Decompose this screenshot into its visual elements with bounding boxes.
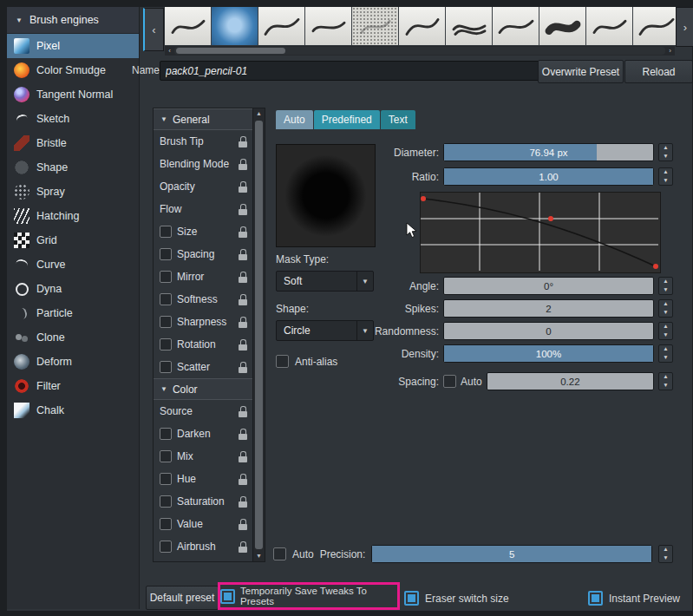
spin-up-icon[interactable]: ▲	[659, 345, 672, 354]
tab-auto[interactable]: Auto	[276, 110, 313, 129]
brush-preset-thumbnail[interactable]	[352, 7, 399, 45]
spin-up-icon[interactable]: ▲	[659, 546, 672, 554]
brush-preset-thumbnail[interactable]	[165, 7, 212, 45]
scrollbar-track[interactable]	[174, 47, 665, 55]
lock-icon[interactable]	[239, 226, 247, 238]
lock-icon[interactable]	[239, 317, 247, 328]
option-airbrush[interactable]: Airbrush	[154, 535, 253, 558]
lock-icon[interactable]	[239, 294, 247, 305]
eraser-switch-size-checkbox[interactable]	[404, 591, 419, 606]
scrollbar-down-arrow-icon[interactable]: ▼	[253, 551, 265, 561]
spin-down-icon[interactable]: ▼	[659, 286, 672, 295]
lock-icon[interactable]	[239, 249, 247, 260]
lock-icon[interactable]	[239, 272, 247, 283]
precision-spinner[interactable]: ▲▼	[658, 545, 673, 563]
sidebar-item-deform[interactable]: Deform	[7, 350, 139, 374]
angle-slider[interactable]: 0°	[443, 277, 654, 295]
lock-icon[interactable]	[239, 362, 247, 373]
lock-icon[interactable]	[239, 429, 247, 440]
lock-icon[interactable]	[239, 406, 247, 417]
option-spacing[interactable]: Spacing	[154, 243, 253, 265]
sidebar-item-color-smudge[interactable]: Color Smudge	[7, 58, 139, 82]
sidebar-item-spray[interactable]: Spray	[7, 180, 139, 204]
lock-icon[interactable]	[239, 541, 247, 553]
sidebar-item-shape[interactable]: Shape	[7, 155, 139, 180]
option-checkbox[interactable]	[160, 248, 172, 260]
precision-slider[interactable]: 5	[371, 545, 652, 563]
preset-scroll-right-button[interactable]: ›	[676, 7, 693, 47]
scrollbar-up-arrow-icon[interactable]: ▲	[253, 108, 265, 119]
option-mix[interactable]: Mix	[154, 445, 253, 468]
option-checkbox[interactable]	[160, 518, 172, 530]
spin-up-icon[interactable]: ▲	[659, 144, 672, 153]
brush-preset-thumbnail[interactable]	[305, 7, 352, 45]
sidebar-item-chalk[interactable]: Chalk	[7, 398, 139, 423]
fade-curve-editor[interactable]	[420, 192, 661, 273]
spin-up-icon[interactable]: ▲	[659, 168, 672, 177]
sidebar-item-sketch[interactable]: Sketch	[7, 107, 139, 131]
preset-scroll-left-button[interactable]: ‹	[143, 8, 164, 51]
option-checkbox[interactable]	[160, 226, 172, 238]
option-checkbox[interactable]	[160, 428, 172, 440]
reload-button[interactable]: Reload	[624, 60, 693, 83]
option-size[interactable]: Size	[154, 220, 253, 243]
sidebar-item-pixel[interactable]: Pixel	[7, 34, 139, 58]
option-hue[interactable]: Hue	[154, 468, 253, 490]
density-slider[interactable]: 100%	[443, 344, 654, 363]
spikes-spinner[interactable]: ▲▼	[658, 299, 673, 318]
default-preset-button[interactable]: Default preset	[146, 586, 219, 610]
preset-name-input[interactable]	[160, 61, 545, 81]
option-checkbox[interactable]	[160, 495, 172, 508]
spin-down-icon[interactable]: ▼	[659, 153, 672, 161]
option-checkbox[interactable]	[160, 450, 172, 462]
precision-auto-checkbox[interactable]	[273, 547, 286, 560]
tab-predefined[interactable]: Predefined	[314, 110, 380, 129]
spin-up-icon[interactable]: ▲	[659, 278, 672, 286]
brush-engines-header[interactable]: ▼ Brush engines	[7, 7, 139, 34]
option-flow[interactable]: Flow	[154, 198, 253, 220]
sidebar-item-grid[interactable]: Grid	[7, 228, 139, 252]
spin-down-icon[interactable]: ▼	[659, 331, 672, 340]
spacing-spinner[interactable]: ▲▼	[658, 372, 673, 390]
lock-icon[interactable]	[239, 136, 247, 147]
spin-down-icon[interactable]: ▼	[659, 382, 672, 390]
option-sharpness[interactable]: Sharpness	[154, 311, 253, 333]
section-general[interactable]: ▼General	[154, 108, 253, 130]
randomness-spinner[interactable]: ▲▼	[658, 322, 673, 340]
option-opacity[interactable]: Opacity	[154, 175, 253, 198]
sidebar-item-clone[interactable]: Clone	[7, 325, 139, 350]
spin-down-icon[interactable]: ▼	[659, 354, 672, 363]
lock-icon[interactable]	[239, 339, 247, 351]
option-darken[interactable]: Darken	[154, 423, 253, 445]
option-checkbox[interactable]	[160, 338, 172, 351]
option-checkbox[interactable]	[160, 293, 172, 305]
instant-preview-checkbox[interactable]	[588, 591, 603, 606]
diameter-slider[interactable]: 76.94 px	[443, 143, 654, 161]
overwrite-preset-button[interactable]: Overwrite Preset	[538, 60, 624, 83]
scrollbar-right-arrow-icon[interactable]: ›	[665, 47, 675, 55]
option-softness[interactable]: Softness	[154, 288, 253, 311]
spin-up-icon[interactable]: ▲	[659, 373, 672, 382]
scrollbar-thumb[interactable]	[255, 121, 263, 549]
tab-text[interactable]: Text	[381, 110, 415, 129]
spin-down-icon[interactable]: ▼	[659, 177, 672, 186]
lock-icon[interactable]	[239, 159, 247, 170]
option-value[interactable]: Value	[154, 513, 253, 535]
spin-up-icon[interactable]: ▲	[659, 300, 672, 309]
option-brush-tip[interactable]: Brush Tip	[154, 130, 253, 153]
lock-icon[interactable]	[239, 519, 247, 530]
sidebar-item-curve[interactable]: Curve	[7, 252, 139, 277]
option-source[interactable]: Source	[154, 400, 253, 423]
spikes-slider[interactable]: 2	[443, 299, 654, 318]
lock-icon[interactable]	[239, 204, 247, 215]
lock-icon[interactable]	[239, 451, 247, 462]
density-spinner[interactable]: ▲▼	[658, 344, 673, 363]
brush-preset-thumbnail[interactable]	[212, 7, 258, 45]
sidebar-item-filter[interactable]: Filter	[7, 374, 139, 398]
sidebar-item-tangent-normal[interactable]: Tangent Normal	[7, 82, 139, 107]
option-checkbox[interactable]	[160, 271, 172, 283]
brush-preset-thumbnail[interactable]	[493, 7, 539, 45]
section-color[interactable]: ▼Color	[154, 378, 253, 400]
diameter-spinner[interactable]: ▲▼	[658, 143, 673, 161]
sidebar-item-bristle[interactable]: Bristle	[7, 131, 139, 155]
